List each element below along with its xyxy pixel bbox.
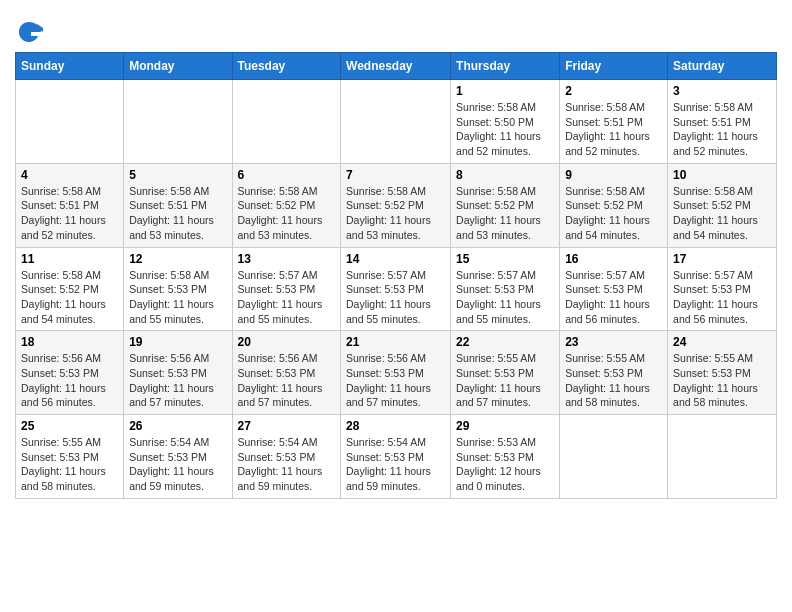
day-number: 5 xyxy=(129,168,226,182)
day-info: Sunrise: 5:58 AM Sunset: 5:51 PM Dayligh… xyxy=(673,100,771,159)
day-number: 4 xyxy=(21,168,118,182)
day-info: Sunrise: 5:57 AM Sunset: 5:53 PM Dayligh… xyxy=(346,268,445,327)
day-number: 15 xyxy=(456,252,554,266)
day-info: Sunrise: 5:54 AM Sunset: 5:53 PM Dayligh… xyxy=(129,435,226,494)
calendar-week-1: 1Sunrise: 5:58 AM Sunset: 5:50 PM Daylig… xyxy=(16,80,777,164)
day-info: Sunrise: 5:56 AM Sunset: 5:53 PM Dayligh… xyxy=(238,351,336,410)
calendar-cell: 1Sunrise: 5:58 AM Sunset: 5:50 PM Daylig… xyxy=(451,80,560,164)
day-info: Sunrise: 5:57 AM Sunset: 5:53 PM Dayligh… xyxy=(673,268,771,327)
day-info: Sunrise: 5:56 AM Sunset: 5:53 PM Dayligh… xyxy=(346,351,445,410)
calendar-cell: 20Sunrise: 5:56 AM Sunset: 5:53 PM Dayli… xyxy=(232,331,341,415)
calendar-cell: 13Sunrise: 5:57 AM Sunset: 5:53 PM Dayli… xyxy=(232,247,341,331)
calendar-cell: 19Sunrise: 5:56 AM Sunset: 5:53 PM Dayli… xyxy=(124,331,232,415)
day-number: 24 xyxy=(673,335,771,349)
day-number: 7 xyxy=(346,168,445,182)
calendar-cell: 6Sunrise: 5:58 AM Sunset: 5:52 PM Daylig… xyxy=(232,163,341,247)
day-number: 8 xyxy=(456,168,554,182)
calendar-cell: 22Sunrise: 5:55 AM Sunset: 5:53 PM Dayli… xyxy=(451,331,560,415)
day-info: Sunrise: 5:57 AM Sunset: 5:53 PM Dayligh… xyxy=(456,268,554,327)
calendar-cell: 16Sunrise: 5:57 AM Sunset: 5:53 PM Dayli… xyxy=(560,247,668,331)
weekday-header-row: SundayMondayTuesdayWednesdayThursdayFrid… xyxy=(16,53,777,80)
page-header xyxy=(15,10,777,46)
calendar-cell: 5Sunrise: 5:58 AM Sunset: 5:51 PM Daylig… xyxy=(124,163,232,247)
calendar-cell: 26Sunrise: 5:54 AM Sunset: 5:53 PM Dayli… xyxy=(124,415,232,499)
day-info: Sunrise: 5:57 AM Sunset: 5:53 PM Dayligh… xyxy=(238,268,336,327)
day-number: 16 xyxy=(565,252,662,266)
day-info: Sunrise: 5:55 AM Sunset: 5:53 PM Dayligh… xyxy=(456,351,554,410)
day-number: 27 xyxy=(238,419,336,433)
day-info: Sunrise: 5:58 AM Sunset: 5:52 PM Dayligh… xyxy=(346,184,445,243)
calendar-cell xyxy=(668,415,777,499)
weekday-header-thursday: Thursday xyxy=(451,53,560,80)
day-number: 3 xyxy=(673,84,771,98)
calendar-cell: 8Sunrise: 5:58 AM Sunset: 5:52 PM Daylig… xyxy=(451,163,560,247)
calendar-cell xyxy=(124,80,232,164)
day-info: Sunrise: 5:58 AM Sunset: 5:53 PM Dayligh… xyxy=(129,268,226,327)
day-number: 23 xyxy=(565,335,662,349)
calendar-week-2: 4Sunrise: 5:58 AM Sunset: 5:51 PM Daylig… xyxy=(16,163,777,247)
logo xyxy=(15,18,47,46)
calendar-cell xyxy=(560,415,668,499)
calendar-body: 1Sunrise: 5:58 AM Sunset: 5:50 PM Daylig… xyxy=(16,80,777,499)
calendar-week-3: 11Sunrise: 5:58 AM Sunset: 5:52 PM Dayli… xyxy=(16,247,777,331)
day-info: Sunrise: 5:58 AM Sunset: 5:52 PM Dayligh… xyxy=(673,184,771,243)
calendar-header: SundayMondayTuesdayWednesdayThursdayFrid… xyxy=(16,53,777,80)
calendar-cell: 23Sunrise: 5:55 AM Sunset: 5:53 PM Dayli… xyxy=(560,331,668,415)
day-number: 10 xyxy=(673,168,771,182)
calendar-cell: 2Sunrise: 5:58 AM Sunset: 5:51 PM Daylig… xyxy=(560,80,668,164)
day-info: Sunrise: 5:58 AM Sunset: 5:52 PM Dayligh… xyxy=(456,184,554,243)
day-number: 11 xyxy=(21,252,118,266)
day-info: Sunrise: 5:56 AM Sunset: 5:53 PM Dayligh… xyxy=(129,351,226,410)
day-number: 14 xyxy=(346,252,445,266)
day-info: Sunrise: 5:55 AM Sunset: 5:53 PM Dayligh… xyxy=(673,351,771,410)
calendar-week-5: 25Sunrise: 5:55 AM Sunset: 5:53 PM Dayli… xyxy=(16,415,777,499)
day-number: 22 xyxy=(456,335,554,349)
calendar-cell: 17Sunrise: 5:57 AM Sunset: 5:53 PM Dayli… xyxy=(668,247,777,331)
day-number: 29 xyxy=(456,419,554,433)
day-info: Sunrise: 5:54 AM Sunset: 5:53 PM Dayligh… xyxy=(238,435,336,494)
calendar-cell: 18Sunrise: 5:56 AM Sunset: 5:53 PM Dayli… xyxy=(16,331,124,415)
day-number: 19 xyxy=(129,335,226,349)
day-info: Sunrise: 5:58 AM Sunset: 5:51 PM Dayligh… xyxy=(565,100,662,159)
calendar-cell xyxy=(16,80,124,164)
day-info: Sunrise: 5:58 AM Sunset: 5:52 PM Dayligh… xyxy=(565,184,662,243)
day-number: 26 xyxy=(129,419,226,433)
weekday-header-wednesday: Wednesday xyxy=(341,53,451,80)
day-info: Sunrise: 5:55 AM Sunset: 5:53 PM Dayligh… xyxy=(21,435,118,494)
weekday-header-tuesday: Tuesday xyxy=(232,53,341,80)
day-number: 25 xyxy=(21,419,118,433)
day-number: 28 xyxy=(346,419,445,433)
calendar-cell xyxy=(232,80,341,164)
calendar-cell: 29Sunrise: 5:53 AM Sunset: 5:53 PM Dayli… xyxy=(451,415,560,499)
day-number: 2 xyxy=(565,84,662,98)
day-info: Sunrise: 5:57 AM Sunset: 5:53 PM Dayligh… xyxy=(565,268,662,327)
calendar-cell: 3Sunrise: 5:58 AM Sunset: 5:51 PM Daylig… xyxy=(668,80,777,164)
day-number: 13 xyxy=(238,252,336,266)
day-number: 9 xyxy=(565,168,662,182)
calendar-cell: 11Sunrise: 5:58 AM Sunset: 5:52 PM Dayli… xyxy=(16,247,124,331)
logo-icon xyxy=(15,18,43,46)
calendar-cell: 9Sunrise: 5:58 AM Sunset: 5:52 PM Daylig… xyxy=(560,163,668,247)
calendar-cell: 10Sunrise: 5:58 AM Sunset: 5:52 PM Dayli… xyxy=(668,163,777,247)
calendar-cell: 27Sunrise: 5:54 AM Sunset: 5:53 PM Dayli… xyxy=(232,415,341,499)
calendar-cell: 24Sunrise: 5:55 AM Sunset: 5:53 PM Dayli… xyxy=(668,331,777,415)
calendar-cell: 28Sunrise: 5:54 AM Sunset: 5:53 PM Dayli… xyxy=(341,415,451,499)
day-info: Sunrise: 5:55 AM Sunset: 5:53 PM Dayligh… xyxy=(565,351,662,410)
calendar-table: SundayMondayTuesdayWednesdayThursdayFrid… xyxy=(15,52,777,499)
weekday-header-friday: Friday xyxy=(560,53,668,80)
calendar-cell: 15Sunrise: 5:57 AM Sunset: 5:53 PM Dayli… xyxy=(451,247,560,331)
weekday-header-sunday: Sunday xyxy=(16,53,124,80)
weekday-header-monday: Monday xyxy=(124,53,232,80)
calendar-cell: 14Sunrise: 5:57 AM Sunset: 5:53 PM Dayli… xyxy=(341,247,451,331)
day-info: Sunrise: 5:58 AM Sunset: 5:52 PM Dayligh… xyxy=(21,268,118,327)
weekday-header-saturday: Saturday xyxy=(668,53,777,80)
day-number: 12 xyxy=(129,252,226,266)
day-info: Sunrise: 5:58 AM Sunset: 5:51 PM Dayligh… xyxy=(129,184,226,243)
calendar-cell: 7Sunrise: 5:58 AM Sunset: 5:52 PM Daylig… xyxy=(341,163,451,247)
day-number: 21 xyxy=(346,335,445,349)
calendar-cell: 21Sunrise: 5:56 AM Sunset: 5:53 PM Dayli… xyxy=(341,331,451,415)
calendar-cell: 12Sunrise: 5:58 AM Sunset: 5:53 PM Dayli… xyxy=(124,247,232,331)
calendar-cell: 4Sunrise: 5:58 AM Sunset: 5:51 PM Daylig… xyxy=(16,163,124,247)
day-info: Sunrise: 5:58 AM Sunset: 5:52 PM Dayligh… xyxy=(238,184,336,243)
day-info: Sunrise: 5:58 AM Sunset: 5:51 PM Dayligh… xyxy=(21,184,118,243)
